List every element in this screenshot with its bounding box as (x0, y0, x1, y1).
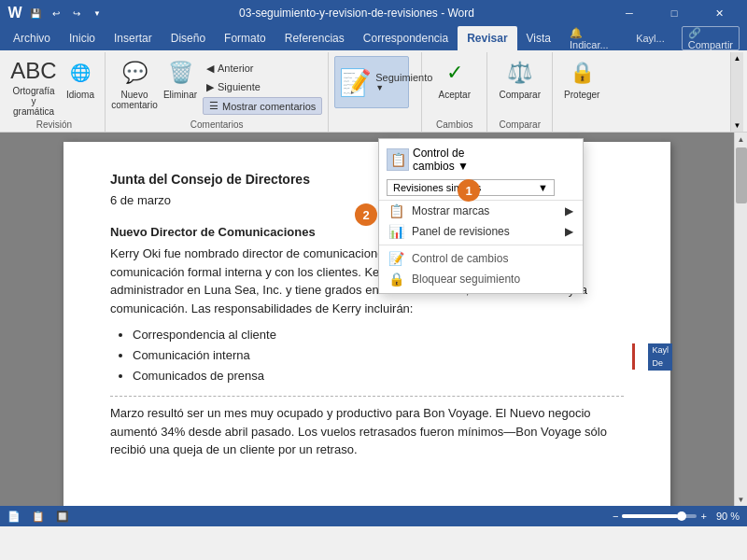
tab-diseno[interactable]: Diseño (162, 26, 215, 50)
bloquear-seguimiento-item[interactable]: 🔒 Bloquear seguimiento (379, 269, 583, 289)
undo-icon[interactable]: ↩ (49, 6, 63, 21)
bullet-item-3: Comunicados de prensa (133, 366, 624, 386)
ribbon-tabs: Archivo Inicio Insertar Diseño Formato R… (0, 26, 747, 50)
control-cambios-label: Control de cambios (412, 252, 508, 265)
word-logo-icon: W (7, 6, 22, 21)
seguimiento-button[interactable]: 📝 Seguimiento ▼ (334, 56, 409, 108)
proteger-button[interactable]: 🔒 Proteger (558, 56, 605, 116)
siguiente-label: Siguiente (218, 81, 261, 92)
tab-vista[interactable]: Vista (517, 26, 560, 50)
scroll-up-button[interactable]: ▲ (735, 133, 748, 146)
tab-user[interactable]: Kayl... (627, 26, 674, 50)
scrollbar[interactable]: ▲ ▼ (734, 133, 747, 506)
tab-archivo[interactable]: Archivo (4, 26, 60, 50)
nuevo-comentario-icon: 💬 (120, 58, 149, 88)
dropdown-menu: 📋 Control decambios ▼ Revisiones simples… (378, 138, 584, 294)
aceptar-button[interactable]: ✓ Aceptar (431, 56, 478, 116)
tab-revisar[interactable]: Revisar (458, 26, 516, 50)
zoom-plus-button[interactable]: + (700, 511, 706, 522)
dropdown-header-title: Control decambios ▼ (413, 147, 575, 173)
ortografia-label: Ortografíay gramática (12, 86, 54, 117)
control-cambios-icon: 📝 (388, 251, 404, 266)
tab-compartir[interactable]: 🔗 Compartir (682, 26, 740, 50)
zoom-controls: − + 90 % (613, 511, 740, 522)
panel-revisiones-icon: 📊 (388, 224, 404, 239)
zoom-minus-button[interactable]: − (613, 511, 618, 522)
dropdown-separator (379, 245, 583, 245)
seguimiento-arrow: ▼ (375, 83, 384, 92)
ribbon-group-seguimiento: 📝 Seguimiento ▼ (329, 52, 422, 132)
aceptar-label: Aceptar (439, 90, 471, 100)
control-cambios-item[interactable]: 📝 Control de cambios (379, 248, 583, 269)
nuevo-comentario-label: Nuevocomentario (111, 90, 157, 110)
mostrar-marcas-item[interactable]: 📋 Mostrar marcas ▶ (379, 201, 583, 221)
anterior-icon: ◀ (206, 63, 214, 75)
tab-referencias[interactable]: Referencias (275, 26, 354, 50)
comparar-button[interactable]: ⚖️ Comparar (496, 56, 544, 116)
maximize-button[interactable]: □ (654, 0, 695, 26)
scroll-thumb[interactable] (736, 147, 747, 203)
mostrar-marcas-arrow: ▶ (565, 204, 573, 217)
mostrar-comentarios-button[interactable]: ☰ Mostrar comentarios (203, 97, 322, 115)
dropdown-header-icon: 📋 (387, 148, 409, 171)
zoom-fill (622, 514, 678, 518)
track-change-bar (632, 343, 635, 370)
proteger-icon: 🔒 (567, 58, 597, 88)
tab-inicio[interactable]: Inicio (60, 26, 105, 50)
zoom-bar[interactable] (622, 514, 697, 518)
idioma-icon: 🌐 (65, 58, 95, 88)
ortografia-button[interactable]: ABC Ortografíay gramática (9, 56, 58, 116)
read-mode-icon[interactable]: 📋 (32, 511, 45, 523)
mostrar-comentarios-icon: ☰ (209, 100, 218, 112)
status-bar-left: 📄 📋 🔲 (7, 511, 69, 523)
badge-1: 1 (458, 179, 480, 202)
document-wrapper: Junta del Consejo de Directores 6 de mar… (0, 133, 747, 506)
tab-formato[interactable]: Formato (215, 26, 275, 50)
tab-indicar[interactable]: 🔔 Indicar... (560, 26, 619, 50)
page-view-icon[interactable]: 📄 (7, 511, 21, 523)
ribbon-group-comparar: ⚖️ Comparar Comparar (487, 52, 553, 132)
bullet-item-2: Comunicación interna (133, 345, 624, 366)
panel-revisiones-item[interactable]: 📊 Panel de revisiones ▶ (379, 221, 583, 242)
save-icon[interactable]: 💾 (28, 6, 43, 21)
ortografia-icon: ABC (19, 58, 49, 84)
document-area[interactable]: Junta del Consejo de Directores 6 de mar… (0, 133, 734, 506)
bloquear-label: Bloquear seguimiento (412, 273, 520, 286)
title-bar-right: ─ □ ✕ (609, 0, 740, 26)
panel-revisiones-label: Panel de revisiones (412, 225, 510, 238)
group-label-comparar: Comparar (487, 119, 552, 130)
eliminar-button[interactable]: 🗑️ Eliminar (162, 56, 199, 116)
zoom-level-label: 90 % (716, 511, 740, 522)
eliminar-icon: 🗑️ (165, 58, 195, 88)
siguiente-button[interactable]: ▶ Siguiente (203, 78, 322, 95)
web-view-icon[interactable]: 🔲 (56, 511, 69, 523)
tab-insertar[interactable]: Insertar (105, 26, 162, 50)
ribbon-scroll-up[interactable]: ▲ (732, 52, 743, 64)
comparar-icon: ⚖️ (505, 58, 535, 88)
eliminar-label: Eliminar (163, 90, 197, 100)
ribbon-group-comentarios: 💬 Nuevocomentario 🗑️ Eliminar ◀ Anterior… (106, 52, 329, 132)
mostrar-marcas-icon: 📋 (388, 203, 404, 218)
tab-correspondencia[interactable]: Correspondencia (354, 26, 458, 50)
close-button[interactable]: ✕ (698, 0, 740, 26)
section2-body: Marzo resultó ser un mes muy ocupado y p… (110, 404, 624, 459)
scroll-down-button[interactable]: ▼ (735, 493, 748, 506)
nuevo-comentario-button[interactable]: 💬 Nuevocomentario (111, 56, 158, 116)
chevron-down-icon: ▼ (538, 182, 548, 193)
siguiente-icon: ▶ (206, 81, 214, 93)
anterior-button[interactable]: ◀ Anterior (203, 60, 322, 77)
zoom-thumb[interactable] (677, 511, 686, 521)
redo-icon[interactable]: ↪ (69, 6, 84, 21)
mostrar-comentarios-label: Mostrar comentarios (222, 101, 316, 112)
badge-2: 2 (355, 203, 377, 226)
anterior-label: Anterior (218, 63, 254, 74)
idioma-button[interactable]: 🌐 Idioma (62, 56, 99, 116)
group-label-comentarios: Comentarios (106, 119, 328, 130)
scroll-track[interactable] (735, 146, 747, 493)
idioma-label: Idioma (66, 90, 94, 100)
minimize-button[interactable]: ─ (609, 0, 650, 26)
mostrar-marcas-label: Mostrar marcas (412, 204, 489, 217)
ribbon-scroll-down[interactable]: ▼ (732, 119, 743, 132)
title-bar-left: W 💾 ↩ ↪ ▼ (7, 6, 105, 21)
customize-icon[interactable]: ▼ (90, 6, 105, 21)
